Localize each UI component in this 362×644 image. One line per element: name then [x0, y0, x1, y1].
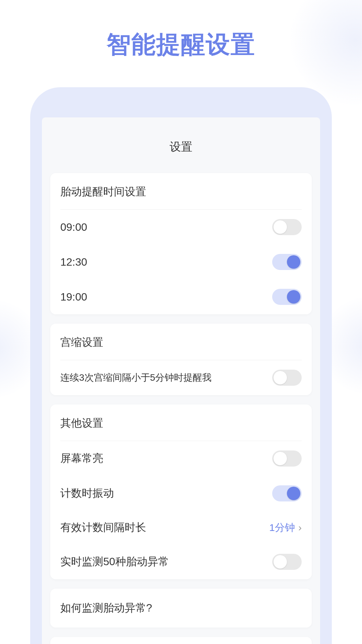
screen-on-row: 屏幕常亮 [60, 441, 302, 476]
contraction-card: 宫缩设置 连续3次宫缩间隔小于5分钟时提醒我 [50, 324, 312, 395]
help-card[interactable]: 如何监测胎动异常? [50, 589, 312, 628]
contraction-card-title: 宫缩设置 [60, 324, 302, 360]
contraction-toggle[interactable] [272, 370, 302, 386]
other-settings-card: 其他设置 屏幕常亮 计数时振动 有效计数间隔时长 1分钟 › 实时监测50种胎动… [50, 405, 312, 579]
help-label: 如何监测胎动异常? [60, 601, 152, 615]
reminder-time-label: 12:30 [60, 256, 87, 268]
contraction-row: 连续3次宫缩间隔小于5分钟时提醒我 [60, 360, 302, 395]
monitor-toggle[interactable] [272, 554, 302, 570]
reminder-time-label: 09:00 [60, 221, 87, 233]
reminder-card-title: 胎动提醒时间设置 [60, 173, 302, 210]
chevron-right-icon: › [298, 522, 302, 533]
toggle-knob [274, 555, 287, 569]
toggle-knob [287, 487, 300, 500]
monitor-label: 实时监测50种胎动异常 [60, 554, 169, 569]
interval-label: 有效计数间隔时长 [60, 520, 146, 535]
help-row: 如何监测胎动异常? [60, 589, 302, 628]
toggle-knob [274, 371, 287, 384]
vibrate-toggle[interactable] [272, 485, 302, 501]
interval-value-link: 1分钟 › [269, 521, 302, 535]
toggle-knob [274, 220, 287, 234]
restore-card[interactable]: 恢复已购买 › [50, 637, 312, 644]
interval-row[interactable]: 有效计数间隔时长 1分钟 › [60, 511, 302, 544]
reminder-toggle-1[interactable] [272, 254, 302, 270]
screen-on-toggle[interactable] [272, 450, 302, 467]
toggle-knob [287, 290, 300, 304]
vibrate-label: 计数时振动 [60, 486, 114, 501]
toggle-knob [274, 452, 287, 465]
contraction-label: 连续3次宫缩间隔小于5分钟时提醒我 [60, 371, 212, 384]
reminder-time-row-1: 12:30 [60, 245, 302, 279]
vibrate-row: 计数时振动 [60, 476, 302, 511]
reminder-time-label: 19:00 [60, 291, 87, 303]
screen-on-label: 屏幕常亮 [60, 451, 103, 466]
reminder-toggle-0[interactable] [272, 219, 302, 235]
interval-value: 1分钟 [269, 521, 295, 535]
reminder-toggle-2[interactable] [272, 289, 302, 305]
reminder-time-row-2: 19:00 [60, 279, 302, 314]
settings-screen: 设置 胎动提醒时间设置 09:00 12:30 19:00 宫缩设置 连续3次宫… [42, 117, 320, 644]
restore-row: 恢复已购买 › [60, 637, 302, 644]
reminder-times-card: 胎动提醒时间设置 09:00 12:30 19:00 [50, 173, 312, 314]
toggle-knob [287, 255, 300, 269]
monitor-row: 实时监测50种胎动异常 [60, 544, 302, 579]
phone-frame: 设置 胎动提醒时间设置 09:00 12:30 19:00 宫缩设置 连续3次宫… [30, 87, 332, 644]
other-card-title: 其他设置 [60, 405, 302, 441]
screen-title: 设置 [50, 117, 312, 173]
reminder-time-row-0: 09:00 [60, 210, 302, 245]
